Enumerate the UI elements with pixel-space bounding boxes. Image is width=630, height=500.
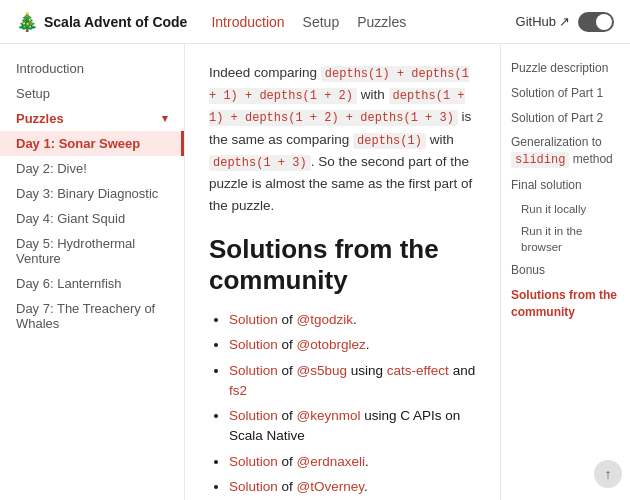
author-link-3[interactable]: @s5bug bbox=[297, 363, 348, 378]
sidebar-item-setup[interactable]: Setup bbox=[0, 81, 184, 106]
left-sidebar: Introduction Setup Puzzles ▾ Day 1: Sona… bbox=[0, 44, 185, 500]
main-content: Indeed comparing depths(1) + depths(1 + … bbox=[185, 44, 500, 500]
sidebar-item-day5[interactable]: Day 5: Hydrothermal Venture bbox=[0, 231, 184, 271]
nav-links: Introduction Setup Puzzles bbox=[211, 14, 515, 30]
author-link-4[interactable]: @keynmol bbox=[297, 408, 361, 423]
top-nav: 🎄 Scala Advent of Code Introduction Setu… bbox=[0, 0, 630, 44]
sidebar-item-day4[interactable]: Day 4: Giant Squid bbox=[0, 206, 184, 231]
github-link[interactable]: GitHub ↗ bbox=[516, 14, 570, 29]
puzzles-label: Puzzles bbox=[16, 111, 64, 126]
fs2-link[interactable]: fs2 bbox=[229, 383, 247, 398]
right-item-sol-part1[interactable]: Solution of Part 1 bbox=[511, 81, 620, 106]
author-link-1[interactable]: @tgodzik bbox=[297, 312, 353, 327]
solution-link-5[interactable]: Solution bbox=[229, 454, 278, 469]
list-item: Solution of @tgodzik. bbox=[229, 310, 476, 330]
cats-effect-link[interactable]: cats-effect bbox=[387, 363, 449, 378]
solution-link-6[interactable]: Solution bbox=[229, 479, 278, 494]
list-item: Solution of @s5bug using cats-effect and… bbox=[229, 361, 476, 402]
right-sub-run-browser[interactable]: Run it in the browser bbox=[511, 220, 620, 258]
nav-link-setup[interactable]: Setup bbox=[303, 14, 340, 30]
nav-link-introduction[interactable]: Introduction bbox=[211, 14, 284, 30]
list-item: Solution of @otobrglez. bbox=[229, 335, 476, 355]
right-item-generalization[interactable]: Generalization to sliding method bbox=[511, 130, 620, 173]
sidebar-item-day7[interactable]: Day 7: The Treachery of Whales bbox=[0, 296, 184, 336]
list-item: Solution of @erdnaxeli. bbox=[229, 452, 476, 472]
solutions-list: Solution of @tgodzik. Solution of @otobr… bbox=[229, 310, 476, 500]
solution-link-4[interactable]: Solution bbox=[229, 408, 278, 423]
author-link-6[interactable]: @tOverney bbox=[297, 479, 364, 494]
sidebar-item-day6[interactable]: Day 6: Lanternfish bbox=[0, 271, 184, 296]
intro-paragraph: Indeed comparing depths(1) + depths(1 + … bbox=[209, 62, 476, 216]
list-item: Solution of @tOverney. bbox=[229, 477, 476, 497]
right-item-puzzle-desc[interactable]: Puzzle description bbox=[511, 56, 620, 81]
list-item: Solution of @keynmol using C APIs on Sca… bbox=[229, 406, 476, 447]
code-3: depths(1) bbox=[353, 133, 426, 149]
right-sidebar: Puzzle description Solution of Part 1 So… bbox=[500, 44, 630, 500]
section-title: Solutions from the community bbox=[209, 234, 476, 296]
solution-link-2[interactable]: Solution bbox=[229, 337, 278, 352]
code-4: depths(1 + 3) bbox=[209, 155, 311, 171]
sidebar-item-day1[interactable]: Day 1: Sonar Sweep bbox=[0, 131, 184, 156]
sidebar-section-puzzles[interactable]: Puzzles ▾ bbox=[0, 106, 184, 131]
author-link-5[interactable]: @erdnaxeli bbox=[297, 454, 366, 469]
right-item-sol-part2[interactable]: Solution of Part 2 bbox=[511, 106, 620, 131]
toggle-knob bbox=[596, 14, 612, 30]
right-sub-run-locally[interactable]: Run it locally bbox=[511, 198, 620, 220]
site-title: Scala Advent of Code bbox=[44, 14, 187, 30]
scroll-to-top-button[interactable]: ↑ bbox=[594, 460, 622, 488]
right-item-solutions-community[interactable]: Solutions from the community bbox=[511, 283, 620, 325]
nav-right: GitHub ↗ bbox=[516, 12, 614, 32]
sidebar-item-day3[interactable]: Day 3: Binary Diagnostic bbox=[0, 181, 184, 206]
tree-icon: 🎄 bbox=[16, 11, 38, 33]
chevron-down-icon: ▾ bbox=[162, 112, 168, 125]
author-link-2[interactable]: @otobrglez bbox=[297, 337, 366, 352]
sidebar-item-day2[interactable]: Day 2: Dive! bbox=[0, 156, 184, 181]
page-layout: Introduction Setup Puzzles ▾ Day 1: Sona… bbox=[0, 44, 630, 500]
solution-link-3[interactable]: Solution bbox=[229, 363, 278, 378]
external-link-icon: ↗ bbox=[559, 14, 570, 29]
right-item-bonus[interactable]: Bonus bbox=[511, 258, 620, 283]
sliding-code: sliding bbox=[511, 152, 569, 168]
theme-toggle[interactable] bbox=[578, 12, 614, 32]
right-item-final-solution[interactable]: Final solution bbox=[511, 173, 620, 198]
solution-link-1[interactable]: Solution bbox=[229, 312, 278, 327]
sidebar-item-introduction[interactable]: Introduction bbox=[0, 56, 184, 81]
site-logo[interactable]: 🎄 Scala Advent of Code bbox=[16, 11, 187, 33]
nav-link-puzzles[interactable]: Puzzles bbox=[357, 14, 406, 30]
chevron-up-icon: ↑ bbox=[605, 466, 612, 482]
